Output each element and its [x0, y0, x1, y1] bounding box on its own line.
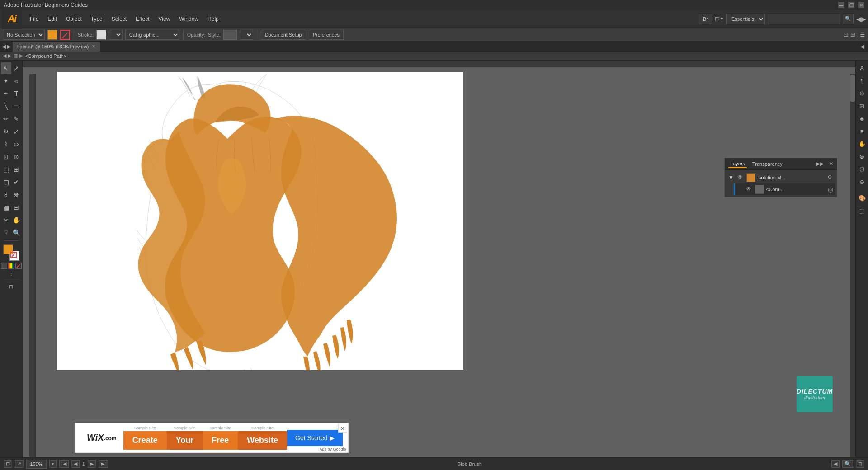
none-color-btn[interactable] [1, 263, 7, 269]
mesh-tool[interactable]: ⊞ [11, 164, 22, 175]
free-btn[interactable]: Free [203, 431, 238, 450]
workspace-dropdown[interactable]: Essentials [726, 14, 765, 24]
zoom-dropdown-btn[interactable]: ▾ [49, 460, 57, 468]
search-button[interactable]: 🔍 [843, 14, 854, 24]
menu-window[interactable]: Window [175, 10, 203, 28]
right-hand-btn[interactable]: ✋ [857, 138, 868, 149]
layer-expand-arrow[interactable]: ▼ [728, 174, 736, 181]
website-btn[interactable]: Website [238, 431, 287, 450]
slice-tool[interactable]: ✂ [1, 214, 11, 226]
layer-2-visibility-btn[interactable]: 👁 [746, 186, 753, 193]
status-share-btn[interactable]: ↗ [15, 460, 24, 468]
style-swatch[interactable] [223, 30, 237, 40]
symbol-tool[interactable]: ❋ [11, 189, 22, 201]
perspective-tool[interactable]: ⬚ [1, 164, 11, 175]
free-transform-tool[interactable]: ⊡ [1, 151, 11, 163]
hand-tool[interactable]: ✋ [11, 214, 22, 226]
scale-tool[interactable]: ⤢ [11, 126, 22, 137]
close-button[interactable]: ✕ [858, 2, 864, 8]
tab-next-btn[interactable]: ▶ [7, 43, 11, 50]
fill-color-swatch[interactable] [47, 30, 57, 40]
preferences-button[interactable]: Preferences [309, 30, 344, 40]
color-selector[interactable] [3, 244, 19, 261]
width-tool[interactable]: ⇔ [11, 138, 22, 150]
arrow-btn[interactable]: ↕ [10, 271, 13, 277]
minimize-button[interactable]: — [838, 2, 844, 8]
nav-first-btn[interactable]: |◀ [59, 460, 69, 468]
zoom-input[interactable] [26, 460, 47, 469]
status-view-btn[interactable]: ⊡ [4, 460, 12, 468]
layer-1-visibility-btn[interactable]: 👁 [737, 174, 745, 181]
layers-expand-btn[interactable]: ▶▶ [816, 161, 824, 167]
bridge-button[interactable]: Br [699, 14, 712, 24]
status-toggle-btn[interactable]: ◀ [831, 460, 840, 468]
canvas-content[interactable]: Layers Transparency ▶▶ ✕ ▼ 👁 Isolation M… [29, 67, 855, 457]
document-setup-button[interactable]: Document Setup [261, 30, 306, 40]
eyedropper-tool[interactable]: ✔ [11, 176, 22, 188]
type-tool[interactable]: T [11, 88, 22, 99]
breadcrumb-nav-back[interactable]: ◀ ▶ [3, 53, 11, 59]
right-layers-panel-btn[interactable]: ⊡ [857, 164, 868, 174]
wix-ad-close-btn[interactable]: ✕ [338, 424, 347, 433]
menu-type[interactable]: Type [86, 10, 107, 28]
document-tab[interactable]: tiger.ai* @ 150% (RGB/Preview) ✕ [13, 42, 100, 52]
hand-tool-2[interactable]: ☟ [1, 227, 11, 239]
right-appearance-btn[interactable]: ⊙ [857, 88, 868, 99]
panel-menu-icon[interactable]: ☰ [860, 31, 865, 38]
tab-prev-btn[interactable]: ◀ [2, 43, 6, 50]
menu-object[interactable]: Object [61, 10, 86, 28]
nav-prev-btn[interactable]: ◀ [71, 460, 80, 468]
brush-dropdown[interactable]: Calligraphic... [125, 30, 179, 40]
none-stroke-btn[interactable] [15, 263, 22, 269]
nav-next-btn[interactable]: ▶ [88, 460, 96, 468]
right-artboard-btn[interactable]: ⊗ [857, 151, 868, 162]
zoom-tool[interactable]: 🔍 [11, 227, 22, 239]
magic-wand-tool[interactable]: ✦ [1, 75, 11, 87]
line-tool[interactable]: ╲ [1, 100, 11, 112]
right-swatches-btn[interactable]: ⬚ [857, 205, 868, 216]
stroke-color-swatch[interactable] [60, 30, 70, 40]
pencil-tool[interactable]: ✎ [11, 113, 22, 125]
transparency-tab[interactable]: Transparency [750, 160, 784, 168]
right-color-guide-btn[interactable]: A [857, 62, 868, 73]
layer-2-target[interactable]: ◎ [828, 186, 833, 193]
right-align-btn[interactable]: ⊞ [857, 100, 868, 111]
gradient-tool[interactable]: ◫ [1, 176, 11, 188]
create-btn[interactable]: Create [123, 431, 167, 450]
stroke-dropdown[interactable] [109, 30, 123, 40]
panel-toggle-icon[interactable]: ◀▶ [856, 15, 866, 23]
style-dropdown[interactable] [240, 30, 253, 40]
right-symbols-btn[interactable]: ♣ [857, 113, 868, 124]
get-started-button[interactable]: Get Started ▶ [287, 430, 343, 446]
stroke-swatch[interactable] [96, 30, 106, 40]
selection-dropdown[interactable]: No Selection [3, 30, 45, 40]
menu-view[interactable]: View [154, 10, 175, 28]
tab-close-icon[interactable]: ✕ [92, 44, 95, 49]
artboard[interactable] [57, 72, 463, 370]
layer-item-1[interactable]: ▼ 👁 Isolation M... ⊙ [726, 172, 835, 183]
artboard-tool[interactable]: ⊟ [11, 202, 22, 213]
canvas-area[interactable]: Layers Transparency ▶▶ ✕ ▼ 👁 Isolation M… [23, 61, 855, 457]
menu-file[interactable]: File [25, 10, 43, 28]
brush-tool[interactable]: ✏ [1, 113, 11, 125]
right-stroke-btn[interactable]: ≡ [857, 126, 868, 136]
graph-tool[interactable]: ▦ [1, 202, 11, 213]
shape-builder-tool[interactable]: ⊕ [11, 151, 22, 163]
rotate-tool[interactable]: ↻ [1, 126, 11, 137]
warp-tool[interactable]: ⌇ [1, 138, 11, 150]
layers-menu-btn[interactable]: ✕ [829, 161, 833, 167]
menu-select[interactable]: Select [107, 10, 131, 28]
right-transform-btn[interactable]: ⊕ [857, 176, 868, 187]
nav-last-btn[interactable]: ▶| [99, 460, 108, 468]
artboard-nav-tool[interactable]: ⊞ [1, 281, 22, 292]
right-color-btn[interactable]: 🎨 [857, 193, 868, 203]
blend-tool[interactable]: 8 [1, 189, 11, 201]
align-icons[interactable]: ⊡ ⊞ [844, 31, 855, 38]
direct-selection-tool[interactable]: ↗ [11, 62, 22, 74]
rect-tool[interactable]: ▭ [11, 100, 22, 112]
menu-help[interactable]: Help [203, 10, 223, 28]
maximize-button[interactable]: ❐ [848, 2, 854, 8]
pen-tool[interactable]: ✒ [1, 88, 11, 99]
selection-tool[interactable]: ↖ [1, 62, 11, 74]
gradient-color-btn[interactable] [8, 263, 14, 269]
